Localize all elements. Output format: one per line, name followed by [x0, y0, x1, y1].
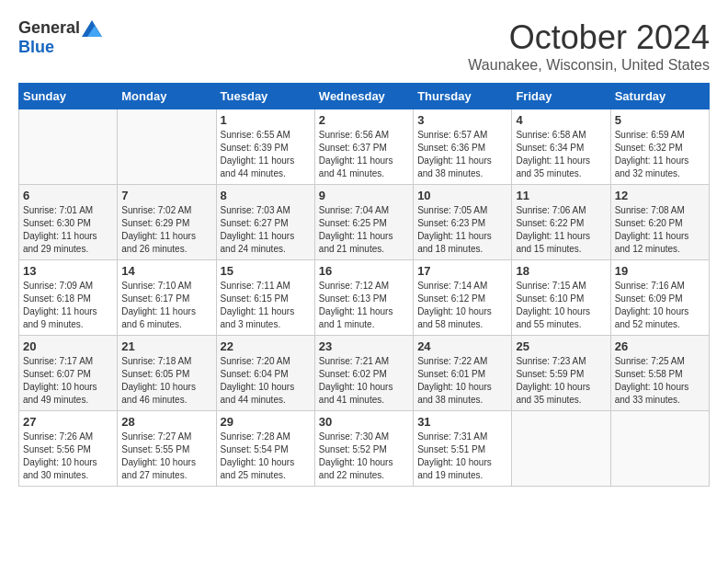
page-header: General Blue October 2024 Waunakee, Wisc…	[18, 18, 710, 74]
day-info: Sunrise: 7:01 AM Sunset: 6:30 PM Dayligh…	[23, 204, 113, 256]
day-info: Sunrise: 7:21 AM Sunset: 6:02 PM Dayligh…	[319, 355, 409, 407]
calendar-week-2: 6Sunrise: 7:01 AM Sunset: 6:30 PM Daylig…	[19, 185, 710, 260]
day-number: 16	[319, 264, 409, 278]
calendar-day: 31Sunrise: 7:31 AM Sunset: 5:51 PM Dayli…	[414, 411, 512, 487]
calendar-day: 26Sunrise: 7:25 AM Sunset: 5:58 PM Dayli…	[610, 336, 709, 411]
calendar-day	[118, 109, 216, 185]
col-sunday: Sunday	[19, 84, 118, 109]
day-number: 3	[417, 113, 507, 127]
calendar-day: 14Sunrise: 7:10 AM Sunset: 6:17 PM Dayli…	[118, 260, 216, 336]
day-number: 27	[23, 415, 113, 429]
day-number: 22	[221, 339, 311, 353]
calendar-day: 15Sunrise: 7:11 AM Sunset: 6:15 PM Dayli…	[216, 260, 314, 336]
calendar-day: 8Sunrise: 7:03 AM Sunset: 6:27 PM Daylig…	[216, 185, 314, 260]
calendar-day: 7Sunrise: 7:02 AM Sunset: 6:29 PM Daylig…	[118, 185, 216, 260]
day-info: Sunrise: 7:09 AM Sunset: 6:18 PM Dayligh…	[23, 280, 113, 331]
day-number: 26	[615, 339, 705, 353]
calendar-day: 21Sunrise: 7:18 AM Sunset: 6:05 PM Dayli…	[118, 336, 216, 411]
calendar-day: 17Sunrise: 7:14 AM Sunset: 6:12 PM Dayli…	[414, 260, 512, 336]
day-number: 6	[23, 189, 113, 202]
day-number: 7	[121, 189, 211, 202]
day-number: 23	[319, 339, 409, 353]
calendar-day: 9Sunrise: 7:04 AM Sunset: 6:25 PM Daylig…	[314, 185, 413, 260]
day-number: 12	[615, 189, 705, 202]
col-wednesday: Wednesday	[314, 84, 413, 109]
day-info: Sunrise: 7:08 AM Sunset: 6:20 PM Dayligh…	[615, 204, 705, 256]
day-number: 20	[23, 339, 113, 353]
day-number: 15	[221, 264, 311, 278]
day-info: Sunrise: 7:23 AM Sunset: 5:59 PM Dayligh…	[516, 355, 606, 407]
day-info: Sunrise: 7:17 AM Sunset: 6:07 PM Dayligh…	[23, 355, 113, 407]
calendar-day: 11Sunrise: 7:06 AM Sunset: 6:22 PM Dayli…	[512, 185, 610, 260]
calendar-week-3: 13Sunrise: 7:09 AM Sunset: 6:18 PM Dayli…	[19, 260, 710, 336]
day-number: 29	[221, 415, 311, 429]
day-info: Sunrise: 7:16 AM Sunset: 6:09 PM Dayligh…	[615, 280, 705, 331]
header-row: Sunday Monday Tuesday Wednesday Thursday…	[19, 84, 710, 109]
day-info: Sunrise: 7:06 AM Sunset: 6:22 PM Dayligh…	[516, 204, 606, 256]
day-number: 1	[221, 113, 311, 127]
day-number: 28	[121, 415, 211, 429]
logo-blue: Blue	[18, 38, 54, 57]
day-info: Sunrise: 6:58 AM Sunset: 6:34 PM Dayligh…	[516, 129, 606, 180]
location: Waunakee, Wisconsin, United States	[468, 57, 710, 74]
day-info: Sunrise: 7:15 AM Sunset: 6:10 PM Dayligh…	[516, 280, 606, 331]
day-info: Sunrise: 7:14 AM Sunset: 6:12 PM Dayligh…	[417, 280, 507, 331]
calendar-week-4: 20Sunrise: 7:17 AM Sunset: 6:07 PM Dayli…	[19, 336, 710, 411]
day-number: 13	[23, 264, 113, 278]
day-info: Sunrise: 6:57 AM Sunset: 6:36 PM Dayligh…	[417, 129, 507, 180]
col-monday: Monday	[118, 84, 216, 109]
day-info: Sunrise: 7:02 AM Sunset: 6:29 PM Dayligh…	[121, 204, 211, 256]
calendar-day	[19, 109, 118, 185]
day-info: Sunrise: 7:11 AM Sunset: 6:15 PM Dayligh…	[221, 280, 311, 331]
day-info: Sunrise: 7:27 AM Sunset: 5:55 PM Dayligh…	[121, 431, 211, 482]
day-number: 21	[121, 339, 211, 353]
calendar-day: 23Sunrise: 7:21 AM Sunset: 6:02 PM Dayli…	[314, 336, 413, 411]
calendar-day: 27Sunrise: 7:26 AM Sunset: 5:56 PM Dayli…	[19, 411, 118, 487]
day-info: Sunrise: 7:22 AM Sunset: 6:01 PM Dayligh…	[417, 355, 507, 407]
calendar-day: 13Sunrise: 7:09 AM Sunset: 6:18 PM Dayli…	[19, 260, 118, 336]
logo-icon	[82, 20, 102, 37]
day-number: 8	[221, 189, 311, 202]
day-info: Sunrise: 7:28 AM Sunset: 5:54 PM Dayligh…	[221, 431, 311, 482]
day-number: 2	[319, 113, 409, 127]
calendar-day: 3Sunrise: 6:57 AM Sunset: 6:36 PM Daylig…	[414, 109, 512, 185]
calendar-day: 5Sunrise: 6:59 AM Sunset: 6:32 PM Daylig…	[610, 109, 709, 185]
calendar: Sunday Monday Tuesday Wednesday Thursday…	[18, 83, 710, 487]
day-info: Sunrise: 7:04 AM Sunset: 6:25 PM Dayligh…	[319, 204, 409, 256]
logo: General Blue	[18, 18, 102, 57]
calendar-day: 19Sunrise: 7:16 AM Sunset: 6:09 PM Dayli…	[610, 260, 709, 336]
calendar-day	[610, 411, 709, 487]
col-friday: Friday	[512, 84, 610, 109]
day-info: Sunrise: 7:10 AM Sunset: 6:17 PM Dayligh…	[121, 280, 211, 331]
calendar-week-5: 27Sunrise: 7:26 AM Sunset: 5:56 PM Dayli…	[19, 411, 710, 487]
day-info: Sunrise: 6:55 AM Sunset: 6:39 PM Dayligh…	[221, 129, 311, 180]
day-number: 19	[615, 264, 705, 278]
day-info: Sunrise: 7:30 AM Sunset: 5:52 PM Dayligh…	[319, 431, 409, 482]
col-saturday: Saturday	[610, 84, 709, 109]
day-info: Sunrise: 6:56 AM Sunset: 6:37 PM Dayligh…	[319, 129, 409, 180]
calendar-day: 1Sunrise: 6:55 AM Sunset: 6:39 PM Daylig…	[216, 109, 314, 185]
day-number: 11	[516, 189, 606, 202]
title-section: October 2024 Waunakee, Wisconsin, United…	[468, 18, 710, 74]
calendar-day: 18Sunrise: 7:15 AM Sunset: 6:10 PM Dayli…	[512, 260, 610, 336]
calendar-day: 20Sunrise: 7:17 AM Sunset: 6:07 PM Dayli…	[19, 336, 118, 411]
calendar-day: 2Sunrise: 6:56 AM Sunset: 6:37 PM Daylig…	[314, 109, 413, 185]
month-title: October 2024	[468, 18, 710, 57]
calendar-day: 28Sunrise: 7:27 AM Sunset: 5:55 PM Dayli…	[118, 411, 216, 487]
calendar-day	[512, 411, 610, 487]
day-number: 4	[516, 113, 606, 127]
day-number: 30	[319, 415, 409, 429]
day-info: Sunrise: 7:12 AM Sunset: 6:13 PM Dayligh…	[319, 280, 409, 331]
col-tuesday: Tuesday	[216, 84, 314, 109]
day-info: Sunrise: 7:05 AM Sunset: 6:23 PM Dayligh…	[417, 204, 507, 256]
calendar-day: 24Sunrise: 7:22 AM Sunset: 6:01 PM Dayli…	[414, 336, 512, 411]
day-info: Sunrise: 7:31 AM Sunset: 5:51 PM Dayligh…	[417, 431, 507, 482]
calendar-day: 22Sunrise: 7:20 AM Sunset: 6:04 PM Dayli…	[216, 336, 314, 411]
day-number: 24	[417, 339, 507, 353]
calendar-day: 10Sunrise: 7:05 AM Sunset: 6:23 PM Dayli…	[414, 185, 512, 260]
day-number: 31	[417, 415, 507, 429]
day-info: Sunrise: 7:03 AM Sunset: 6:27 PM Dayligh…	[221, 204, 311, 256]
day-number: 10	[417, 189, 507, 202]
day-info: Sunrise: 7:25 AM Sunset: 5:58 PM Dayligh…	[615, 355, 705, 407]
calendar-day: 25Sunrise: 7:23 AM Sunset: 5:59 PM Dayli…	[512, 336, 610, 411]
